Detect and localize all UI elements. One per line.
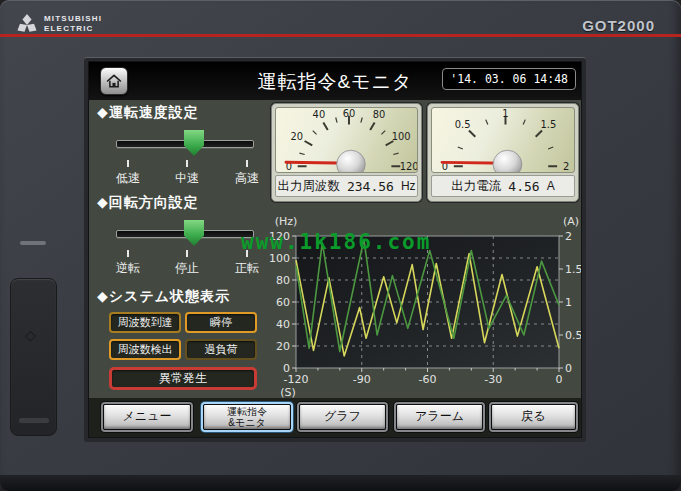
status-momentary-stop[interactable]: 瞬停 [185,312,257,333]
slider-tick [246,160,248,167]
door-emblem-icon: ◇ [25,327,36,343]
svg-text:100: 100 [269,252,290,265]
current-gauge-unit: A [547,179,555,193]
brand-line1: MITSUBISHI [44,14,102,24]
svg-text:-90: -90 [353,373,371,386]
mitsubishi-diamonds-icon [16,13,38,35]
slider-tick [246,250,248,257]
direction-setting-section: ◆回転方向設定 逆転 停止 正転 [97,194,269,282]
brand-line2: ELECTRIC [44,24,102,34]
speed-option-mid: 中速 [165,170,209,187]
svg-text:40: 40 [313,109,326,120]
nav-operation-monitor-button[interactable]: 運転指令 &モニタ [203,404,291,430]
svg-text:100: 100 [392,131,411,142]
system-status-section: ◆システム状態表示 周波数到達 瞬停 周波数検出 過負荷 異常発生 [97,288,269,398]
svg-text:(A): (A) [563,215,579,228]
nav-back-label: 戻る [521,410,545,423]
hmi-device: MITSUBISHI ELECTRIC GOT2000 ◇ 運転指令&モニタ '… [0,0,681,491]
svg-text:0.5: 0.5 [565,329,582,342]
svg-text:1.5: 1.5 [565,263,582,276]
status-freq-reached[interactable]: 周波数到達 [109,312,181,333]
slider-tick [127,160,129,167]
frequency-gauge-name: 出力周波数 [277,178,340,195]
frequency-gauge-label: 出力周波数 234.56 Hz [275,175,418,197]
trend-chart: 02040608010012000.511.52-120-90-60-300(H… [267,212,582,398]
svg-text:80: 80 [276,274,290,287]
current-gauge-name: 出力電流 [451,178,501,195]
status-alarm[interactable]: 異常発生 [109,367,257,390]
nav-operation-line2: &モニタ [228,417,265,428]
svg-text:0: 0 [556,373,563,386]
lcd-screen: 運転指令&モニタ '14. 03. 06 14:48 ◆運転速度設定 低速 中速… [88,61,582,438]
current-gauge-panel: 00.511.52 出力電流 4.56 A [427,103,579,202]
svg-text:20: 20 [276,340,290,353]
nav-strip: メニュー 運転指令 &モニタ グラフ アラーム 戻る [89,398,581,438]
nav-back-button[interactable]: 戻る [491,404,576,430]
direction-section-title: ◆回転方向設定 [97,194,269,212]
svg-text:0: 0 [565,362,572,375]
svg-text:0.5: 0.5 [455,119,471,130]
nav-graph-button[interactable]: グラフ [299,404,386,430]
slider-tick [186,160,188,167]
current-gauge-dial: 00.511.52 [432,108,575,173]
nav-alarm-button[interactable]: アラーム [396,404,483,430]
status-section-title: ◆システム状態表示 [97,288,269,306]
direction-option-stop: 停止 [165,260,209,277]
svg-text:-120: -120 [284,373,309,386]
svg-text:120: 120 [269,230,290,243]
bezel-red-stripe [0,34,681,37]
svg-text:-60: -60 [419,373,437,386]
status-overload[interactable]: 過負荷 [185,339,257,360]
svg-text:1: 1 [565,296,572,309]
svg-text:(Hz): (Hz) [275,215,298,228]
model-logo: GOT2000 [582,17,655,34]
bezel-slot [20,241,46,245]
svg-text:2: 2 [563,161,569,172]
svg-text:60: 60 [276,296,290,309]
nav-operation-line1: 運転指令 [227,406,267,417]
slider-tick [127,250,129,257]
svg-text:1.5: 1.5 [540,119,556,130]
svg-text:2: 2 [565,230,572,243]
trend-chart-svg: 02040608010012000.511.52-120-90-60-300(H… [267,212,582,398]
mitsubishi-logo: MITSUBISHI ELECTRIC [16,13,102,35]
nav-alarm-label: アラーム [415,410,464,423]
svg-text:120: 120 [400,161,418,172]
speed-section-title: ◆運転速度設定 [97,104,269,122]
frequency-gauge-dial: 020406080100120 [276,108,418,173]
frequency-gauge-value: 234.56 [347,179,394,194]
speed-option-high: 高速 [225,170,269,187]
nav-menu-button[interactable]: メニュー [103,404,191,430]
nav-menu-label: メニュー [123,410,172,423]
frequency-gauge-panel: 020406080100120 出力周波数 234.56 Hz [271,103,422,202]
speed-option-low: 低速 [106,170,150,187]
direction-option-forward: 正転 [225,260,269,277]
svg-text:1: 1 [502,108,508,119]
current-gauge-label: 出力電流 4.56 A [431,175,575,197]
nav-graph-label: グラフ [324,410,361,423]
current-gauge-face: 00.511.52 [431,107,575,173]
title-bar: 運転指令&モニタ '14. 03. 06 14:48 [89,62,581,100]
svg-text:40: 40 [276,318,290,331]
speed-setting-section: ◆運転速度設定 低速 中速 高速 [97,104,269,192]
svg-text:20: 20 [291,131,304,142]
door-label [19,418,49,423]
slider-tick [186,250,188,257]
interface-door: ◇ [10,278,57,436]
bezel-bottom-edge [0,475,681,491]
svg-text:60: 60 [343,108,356,119]
svg-text:-30: -30 [484,373,502,386]
direction-option-reverse: 逆転 [106,260,150,277]
status-freq-detect[interactable]: 周波数検出 [109,339,181,360]
datetime-display: '14. 03. 06 14:48 [442,68,576,90]
current-gauge-value: 4.56 [508,179,539,194]
svg-text:(S): (S) [280,386,296,398]
speed-slider-thumb[interactable] [184,130,204,156]
svg-text:80: 80 [373,109,386,120]
frequency-gauge-face: 020406080100120 [275,107,418,173]
direction-slider-thumb[interactable] [184,220,204,246]
frequency-gauge-unit: Hz [401,179,416,193]
